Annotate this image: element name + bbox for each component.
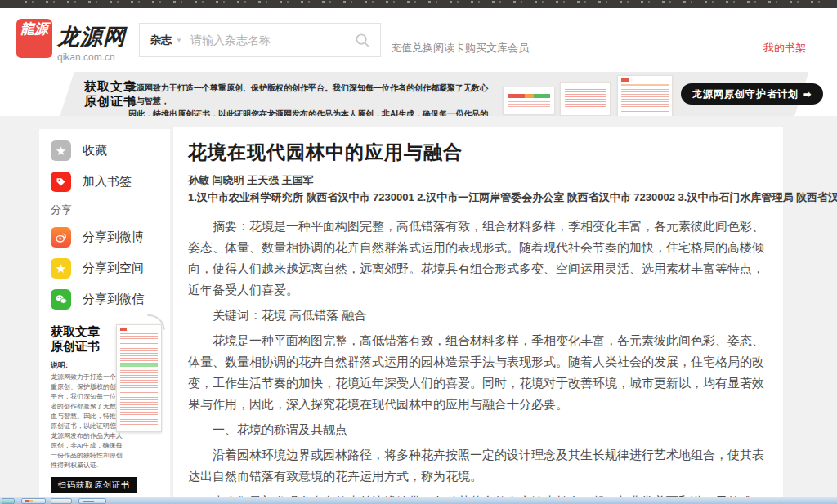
article-body: 摘要：花境是一种平面构图完整，高低错落有致，组合材料多样，季相变化丰富，各元素彼… [188,216,768,504]
guardian-button-label: 龙源网原创守护者计划 [692,87,799,101]
certificate-thumbnail-image [560,82,611,116]
bookmark-tag-icon [51,172,71,192]
article-paragraph-keywords: 关键词：花境 高低错落 融合 [188,305,768,326]
favorite-label: 收藏 [83,143,107,158]
logo-domain: qikan.com.cn [57,51,126,63]
article-authors: 孙敏 闫晓明 王天强 王国军 [188,173,768,188]
article-card: 花境在现代园林中的应用与融合 孙敏 闫晓明 王天强 王国军 1.汉中市农业科学研… [173,127,783,497]
certificate-thumbnail-image [617,75,673,116]
taskbar-button[interactable] [78,498,106,504]
certificate-thumbnails [503,75,674,116]
banner-row: 获取文章 原创证书 龙源网致力于打造一个尊重原创、保护版权的创作平台。我们深知每… [0,72,837,116]
certificate-thumbnail-image [503,87,555,114]
site-header: 龍源 龙源网 qikan.com.cn 杂志 ▼ 充值兑换阅读卡购买文库会员 我… [0,8,837,72]
favorite-button[interactable]: ★ 收藏 [51,140,160,161]
scan-certificate-button[interactable]: 扫码获取原创证书 [51,477,137,493]
bookmark-label: 加入书签 [83,174,132,190]
top-nav-clipped-text [25,1,829,3]
sidebar: ★ 收藏 加入书签 分享 分享到微博 ★ 分享到空间 分享到微信 [39,129,170,497]
article-paragraph: 沿着园林环境边界或园林路径，将多种花卉按照一定的设计理念及其生长规律进行艺术地组… [188,444,768,487]
search-category-label: 杂志 [150,33,172,47]
search-bar: 杂志 ▼ [139,23,381,57]
taskbar-button[interactable] [2,498,15,504]
recharge-membership-links[interactable]: 充值兑换阅读卡购买文库会员 [391,41,529,56]
banner-description: 龙源网致力于打造一个尊重原创、保护版权的创作平台。我们深知每一位作者的创作都凝聚… [128,82,488,116]
share-caption: 分享 [51,203,160,217]
site-logo[interactable]: 龍源 龙源网 qikan.com.cn [16,19,126,63]
share-qzone-label: 分享到空间 [83,261,144,276]
star-icon: ★ [51,140,71,161]
taskbar [0,497,837,504]
weibo-icon [51,227,71,248]
article-title: 花境在现代园林中的应用与融合 [188,140,768,165]
article-paragraph-abstract: 摘要：花境是一种平面构图完整，高低错落有致，组合材料多样，季相变化丰富，各元素彼… [188,216,768,301]
search-input[interactable] [190,33,345,47]
top-nav-bar [0,0,837,8]
qzone-star-icon: ★ [51,258,71,279]
share-weibo-label: 分享到微博 [83,230,144,245]
share-wechat-label: 分享到微信 [83,292,144,307]
article-paragraph: 花境是一种平面构图完整，高低错落有致，组合材料多样，季相变化丰富，各元素彼此间色… [188,330,768,415]
add-bookmark-button[interactable]: 加入书签 [51,172,160,192]
logo-seal-icon: 龍源 [16,19,52,58]
arrow-right-icon: ➡ [803,89,812,100]
chevron-down-icon: ▼ [176,37,182,44]
article-affiliations: 1.汉中市农业科学研究所 陕西省汉中市 7230001 2.汉中市一江两岸管委会… [188,190,768,205]
share-qzone-button[interactable]: ★ 分享到空间 [51,258,160,279]
logo-title: 龙源网 [57,22,126,51]
share-wechat-button[interactable]: 分享到微信 [51,289,160,310]
share-weibo-button[interactable]: 分享到微博 [51,227,160,248]
article-section-heading: 一、花境的称谓及其靓点 [188,419,768,440]
certificate-banner[interactable]: 获取文章 原创证书 龙源网致力于打造一个尊重原创、保护版权的创作平台。我们深知每… [45,72,826,116]
search-category-dropdown[interactable]: 杂志 ▼ [140,33,190,47]
page-body: ★ 收藏 加入书签 分享 分享到微博 ★ 分享到空间 分享到微信 [0,116,837,497]
certificate-promo-card: 获取文章 原创证书 说明: 龙源网致力于打造一个尊重原创、保护版权的创作平台，我… [51,324,160,504]
promo-note-text: 龙源网致力于打造一个尊重原创、保护版权的创作平台，我们深知每一位作者的创作都凝聚… [51,372,123,471]
my-bookshelf-link[interactable]: 我的书架 [763,41,806,56]
taskbar-button[interactable] [21,498,46,504]
promo-certificate-image [116,324,162,432]
wechat-icon [51,289,71,310]
taskbar-button[interactable] [51,498,72,504]
banner-decoration-left [45,72,78,116]
search-icon[interactable] [345,33,380,48]
original-guardian-plan-button[interactable]: 龙源网原创守护者计划 ➡ [681,83,823,105]
